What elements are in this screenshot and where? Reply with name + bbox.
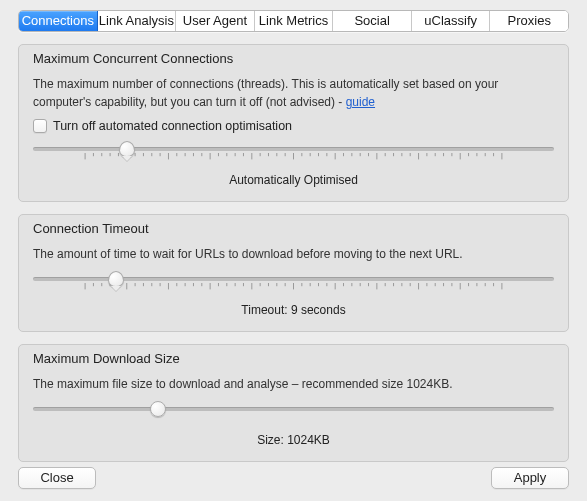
timeout-desc: The amount of time to wait for URLs to d… xyxy=(33,245,554,263)
bottom-bar: Close Apply xyxy=(18,467,569,489)
concurrent-desc: The maximum number of connections (threa… xyxy=(33,75,554,111)
turn-off-optimisation-checkbox[interactable] xyxy=(33,119,47,133)
download-caption: Size: 1024KB xyxy=(33,433,554,447)
section-download-size: Maximum Download Size The maximum file s… xyxy=(18,344,569,462)
apply-button[interactable]: Apply xyxy=(491,467,569,489)
tab-link-metrics[interactable]: Link Metrics xyxy=(255,11,334,31)
tab-connections[interactable]: Connections xyxy=(19,11,98,31)
section-timeout: Connection Timeout The amount of time to… xyxy=(18,214,569,332)
slider-thumb[interactable] xyxy=(150,401,166,417)
guide-link[interactable]: guide xyxy=(346,95,375,109)
concurrent-desc-text: The maximum number of connections (threa… xyxy=(33,77,498,109)
section-legend: Connection Timeout xyxy=(29,221,153,236)
concurrent-caption: Automatically Optimised xyxy=(33,173,554,187)
section-legend: Maximum Concurrent Connections xyxy=(29,51,237,66)
download-slider[interactable] xyxy=(33,401,554,427)
timeout-caption: Timeout: 9 seconds xyxy=(33,303,554,317)
slider-ticks xyxy=(33,153,554,161)
tab-link-analysis[interactable]: Link Analysis xyxy=(98,11,177,31)
slider-ticks xyxy=(33,413,554,421)
turn-off-optimisation-row: Turn off automated connection optimisati… xyxy=(33,119,554,133)
slider-track xyxy=(33,407,554,411)
close-button[interactable]: Close xyxy=(18,467,96,489)
tab-social[interactable]: Social xyxy=(333,11,412,31)
slider-thumb[interactable] xyxy=(119,141,135,157)
timeout-slider[interactable] xyxy=(33,271,554,297)
download-desc: The maximum file size to download and an… xyxy=(33,375,554,393)
tabs-bar: Connections Link Analysis User Agent Lin… xyxy=(18,10,569,32)
slider-track xyxy=(33,147,554,151)
tab-user-agent[interactable]: User Agent xyxy=(176,11,255,31)
section-max-concurrent: Maximum Concurrent Connections The maxim… xyxy=(18,44,569,202)
tab-uclassify[interactable]: uClassify xyxy=(412,11,491,31)
tab-proxies[interactable]: Proxies xyxy=(490,11,568,31)
concurrent-slider[interactable] xyxy=(33,141,554,167)
section-legend: Maximum Download Size xyxy=(29,351,184,366)
turn-off-optimisation-label: Turn off automated connection optimisati… xyxy=(53,119,292,133)
slider-thumb[interactable] xyxy=(108,271,124,287)
